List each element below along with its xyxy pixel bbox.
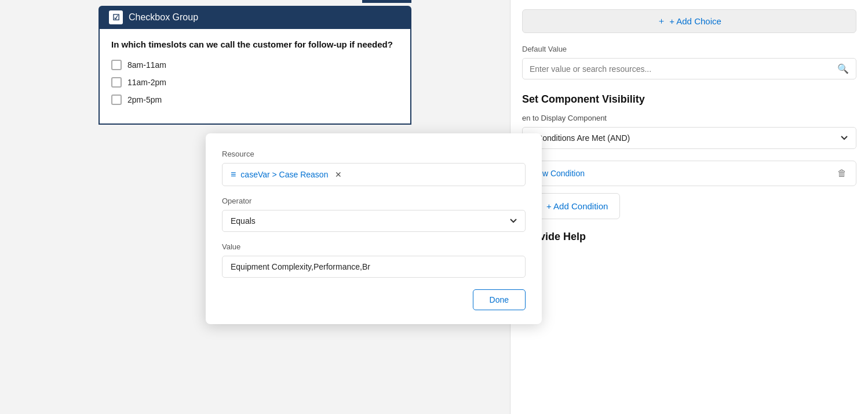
checkbox-input-3[interactable] — [111, 95, 122, 105]
delete-condition-icon[interactable]: 🗑 — [837, 168, 847, 179]
default-value-search-wrap: 🔍 — [522, 58, 856, 79]
checkbox-label-1: 8am-11am — [127, 60, 166, 70]
checkbox-group-icon: ☑ — [112, 13, 120, 22]
add-choice-plus-icon: ＋ — [657, 16, 666, 27]
question-text: In which timeslots can we call the custo… — [111, 38, 399, 50]
default-value-label: Default Value — [522, 45, 856, 53]
value-section-label: Value — [222, 242, 526, 251]
right-panel: ＋ + Add Choice Default Value 🔍 Set Compo… — [510, 0, 868, 414]
checkbox-component: In which timeslots can we call the custo… — [99, 29, 411, 125]
resource-list-icon: ≡ — [231, 169, 236, 180]
resource-close-button[interactable]: ✕ — [335, 170, 342, 179]
operator-select[interactable]: Equals — [222, 210, 526, 232]
move-button[interactable]: ✥ — [381, 0, 393, 1]
checkbox-group-header: ☑ Checkbox Group — [99, 6, 411, 29]
resource-tag: ≡ caseVar > Case Reason ✕ — [222, 163, 526, 186]
checkbox-option-1: 8am-11am — [111, 60, 399, 70]
resource-text: caseVar > Case Reason — [240, 170, 328, 179]
checkbox-group-label: Checkbox Group — [129, 12, 198, 23]
set-visibility-title: Set Component Visibility — [522, 93, 856, 106]
add-condition-label: + Add Condition — [546, 201, 608, 211]
add-choice-label: + Add Choice — [669, 16, 721, 26]
resource-section-label: Resource — [222, 150, 526, 158]
done-button[interactable]: Done — [473, 289, 526, 310]
search-icon: 🔍 — [837, 63, 849, 74]
provide-help-title: Provide Help — [522, 231, 856, 243]
checkbox-label-3: 2pm-5pm — [127, 95, 162, 104]
condition-row: New Condition 🗑 — [522, 161, 856, 186]
display-condition-select[interactable]: ll Conditions Are Met (AND) — [522, 127, 856, 149]
checkbox-label-2: 11am-2pm — [127, 78, 166, 87]
checkbox-option-2: 11am-2pm — [111, 77, 399, 88]
delete-component-button[interactable]: 🗑 — [394, 0, 408, 1]
checkbox-input-2[interactable] — [111, 77, 122, 88]
operator-section-label: Operator — [222, 197, 526, 205]
add-choice-button[interactable]: ＋ + Add Choice — [522, 9, 856, 33]
visibility-toggle-button[interactable]: 👁 — [366, 0, 380, 1]
resource-popup: Resource ≡ caseVar > Case Reason ✕ Opera… — [206, 133, 542, 324]
popup-actions: Done — [222, 289, 526, 310]
component-toolbar: 👁 ✥ 🗑 — [362, 0, 411, 3]
checkbox-input-1[interactable] — [111, 60, 122, 70]
value-input[interactable] — [222, 256, 526, 278]
checkbox-option-3: 2pm-5pm — [111, 95, 399, 105]
default-value-search-input[interactable] — [530, 64, 837, 74]
checkbox-icon-box: ☑ — [109, 10, 123, 24]
when-to-display-label: en to Display Component — [522, 114, 856, 122]
